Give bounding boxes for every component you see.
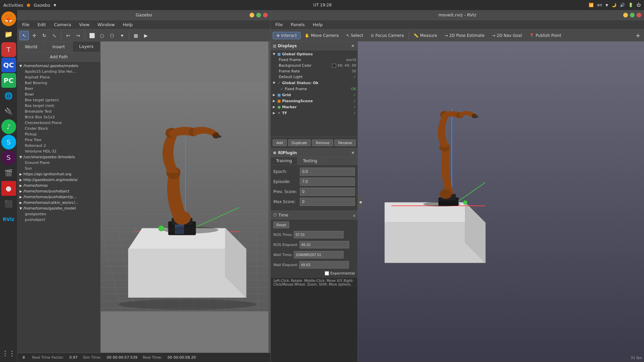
toolbar-box[interactable]: ⬜ bbox=[87, 31, 97, 40]
item-apollo[interactable]: Apollo15 Landing Site Hei... bbox=[17, 69, 100, 74]
pose-estimate-button[interactable]: → 2D Pose Estimate bbox=[441, 32, 488, 39]
item-sun[interactable]: Sun bbox=[17, 166, 100, 171]
dock-files[interactable]: 📁 bbox=[1, 27, 16, 42]
rviz-menu-file[interactable]: File bbox=[274, 21, 284, 28]
tf-row[interactable]: ▶ ✦ TF ✓ bbox=[271, 110, 358, 116]
dock-terminal[interactable]: T bbox=[1, 42, 16, 57]
time-panel-arrow[interactable]: ▲ bbox=[353, 213, 356, 217]
dock-layers[interactable]: ⬛ bbox=[1, 196, 16, 211]
item-brickbox[interactable]: Brick Box 3x1x3 bbox=[17, 114, 100, 120]
menu-file[interactable]: File bbox=[21, 21, 31, 28]
rename-display-button[interactable]: Rename bbox=[334, 139, 356, 146]
item-bowl[interactable]: Bowl bbox=[17, 92, 100, 97]
folder-gazebosim[interactable]: ▶ http://gazebosim.org/models/ bbox=[17, 177, 100, 183]
maximize-button[interactable] bbox=[256, 13, 261, 17]
toolbar-cylinder[interactable]: ⬡ bbox=[107, 31, 117, 40]
item-beer[interactable]: Beer bbox=[17, 86, 100, 92]
ros-elapsed-input[interactable] bbox=[300, 241, 349, 248]
item-ballbearing[interactable]: Ball Bearing bbox=[17, 80, 100, 86]
folder-home-tomas[interactable]: ▶ /home/tomas bbox=[17, 183, 100, 188]
time-reset-button[interactable]: Reset bbox=[273, 222, 289, 228]
tab-layers[interactable]: Layers bbox=[73, 42, 100, 52]
item-cinderblock[interactable]: Cinder Block bbox=[17, 126, 100, 131]
move-camera-button[interactable]: ✋ Move Camera bbox=[301, 32, 342, 39]
close-button[interactable] bbox=[263, 13, 268, 17]
menu-help[interactable]: Help bbox=[121, 21, 134, 28]
training-tab[interactable]: Training bbox=[271, 157, 298, 165]
dock-grid[interactable]: ⋮⋮ bbox=[1, 346, 16, 361]
measure-button[interactable]: 📏 Measure bbox=[410, 32, 440, 39]
rl-panel-close[interactable]: ✕ bbox=[350, 150, 356, 156]
dock-video[interactable]: 🎬 bbox=[1, 166, 16, 180]
rviz-add-button[interactable]: + bbox=[634, 32, 642, 40]
default-light-row[interactable]: Default Light ✓ bbox=[271, 74, 358, 80]
toolbar-translate[interactable]: ✛ bbox=[30, 31, 39, 40]
folder-pushobject-p[interactable]: ▶ /home/tomas/pushobject/p... bbox=[17, 194, 100, 200]
lang-label[interactable]: en bbox=[597, 3, 602, 7]
app-dropdown-icon[interactable]: ▼ bbox=[54, 3, 56, 7]
toolbar-record[interactable]: ▶ bbox=[141, 31, 151, 40]
folder-home-gazebo-models[interactable]: ▼ /home/tomas/.gazebo/models bbox=[17, 63, 100, 69]
item-pickup[interactable]: Pickup bbox=[17, 131, 100, 137]
rviz-3d-viewport[interactable]: ◀ 31 fps bbox=[358, 42, 644, 362]
grid-row[interactable]: ▶ ■ Grid ✓ bbox=[271, 92, 358, 98]
minimize-button[interactable] bbox=[250, 13, 254, 17]
toolbar-lights[interactable]: ✦ bbox=[117, 31, 127, 40]
testing-tab[interactable]: Testing bbox=[298, 157, 323, 165]
rviz-collapse-button[interactable]: ◀ bbox=[358, 195, 363, 208]
item-breakable[interactable]: Breakable Test bbox=[17, 109, 100, 114]
toolbar-select[interactable]: ↖ bbox=[19, 31, 29, 40]
dock-qc[interactable]: QC bbox=[1, 58, 16, 72]
displays-panel-close[interactable]: ✕ bbox=[350, 43, 356, 49]
add-display-button[interactable]: Add bbox=[273, 139, 287, 146]
select-button[interactable]: ↖ Select bbox=[343, 32, 367, 39]
folder-ignitionfuel[interactable]: ▶ https://api.ignitionfuel.org bbox=[17, 171, 100, 177]
epoch-input[interactable] bbox=[300, 168, 355, 176]
viewport-drag-handle[interactable] bbox=[268, 42, 270, 353]
global-options-row[interactable]: ▼ ■ Global Options bbox=[271, 51, 358, 57]
bg-color-row[interactable]: Background Color 48; 48; 48 bbox=[271, 63, 358, 68]
dock-recordmydesktop[interactable]: ● bbox=[1, 181, 16, 196]
wall-time-input[interactable] bbox=[294, 251, 343, 258]
add-path-bar[interactable]: Add Path bbox=[17, 52, 100, 62]
dock-spotify[interactable]: ♪ bbox=[1, 119, 16, 134]
dock-skype[interactable]: S bbox=[1, 135, 16, 149]
global-status-row[interactable]: ▼ ✓ Global Status: Ok bbox=[271, 80, 358, 86]
marker-row[interactable]: ▶ ● Marker ✓ bbox=[271, 104, 358, 110]
item-velodyne[interactable]: Velodyne HDL-32 bbox=[17, 148, 100, 154]
dock-firefox[interactable]: 🦊 bbox=[1, 11, 16, 26]
ros-time-input[interactable] bbox=[294, 231, 343, 238]
interact-button[interactable]: ⊕ Interact bbox=[273, 32, 301, 39]
planning-scene-row[interactable]: ▶ ■ PlanningScene ✓ bbox=[271, 98, 358, 104]
item-pinetree[interactable]: Pine Tree bbox=[17, 137, 100, 143]
app-name[interactable]: Gazebo bbox=[34, 3, 50, 8]
lang-dropdown-icon[interactable]: ▼ bbox=[605, 3, 608, 7]
dock-pycharm[interactable]: PC bbox=[1, 73, 16, 88]
tab-world[interactable]: World bbox=[17, 42, 45, 52]
max-score-input[interactable] bbox=[300, 198, 355, 206]
nav-goal-button[interactable]: → 2D Nav Goal bbox=[489, 32, 525, 39]
item-pushobject[interactable]: pushobject bbox=[17, 217, 100, 223]
folder-gazebo-model[interactable]: ▼ /home/tomas/gazebo_model bbox=[17, 205, 100, 211]
toolbar-undo[interactable]: ↩ bbox=[63, 31, 73, 40]
item-groundplane[interactable]: Ground Plane bbox=[17, 160, 100, 166]
episode-input[interactable] bbox=[300, 178, 355, 186]
experimental-checkbox[interactable] bbox=[325, 271, 329, 276]
frame-rate-row[interactable]: Frame Rate 30 bbox=[271, 68, 358, 74]
item-robonaut[interactable]: Robonaut 2 bbox=[17, 143, 100, 148]
menu-view[interactable]: View bbox=[78, 21, 91, 28]
toolbar-redo[interactable]: ↪ bbox=[73, 31, 83, 40]
fixed-frame-row[interactable]: Fixed Frame world bbox=[271, 57, 358, 63]
dock-rviz[interactable]: RViz bbox=[1, 212, 16, 227]
duplicate-display-button[interactable]: Duplicate bbox=[288, 139, 311, 146]
rviz-maximize[interactable] bbox=[630, 13, 635, 17]
prev-score-input[interactable] bbox=[300, 188, 355, 196]
activities-label[interactable]: Activities bbox=[3, 3, 23, 8]
item-asphalt[interactable]: Asphalt Plane bbox=[17, 74, 100, 80]
pause-button[interactable]: ⏸ bbox=[20, 354, 27, 361]
remove-display-button[interactable]: Remove bbox=[312, 139, 333, 146]
toolbar-sphere[interactable]: ○ bbox=[97, 31, 107, 40]
toolbar-rotate[interactable]: ↻ bbox=[40, 31, 49, 40]
item-goalgazebo[interactable]: goalgazebo bbox=[17, 211, 100, 217]
folder-catkin[interactable]: ▶ /home/tomas/catkin_ws/src/... bbox=[17, 200, 100, 205]
